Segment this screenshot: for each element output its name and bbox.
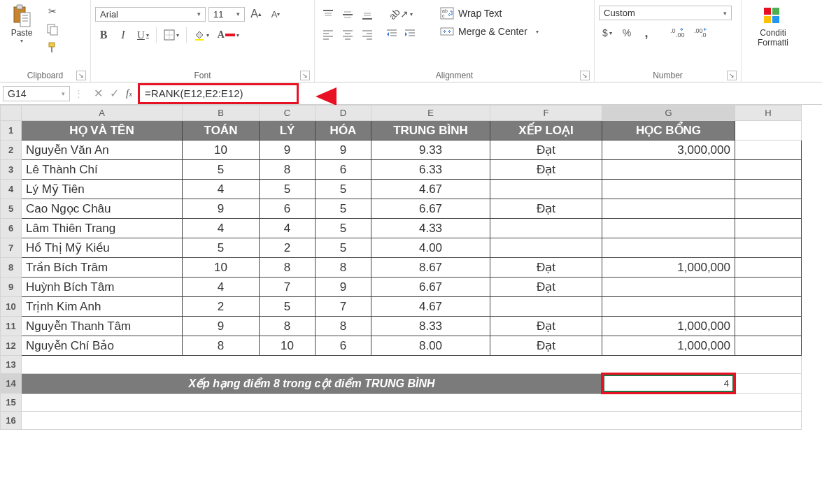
cell[interactable] [735, 238, 802, 258]
cell[interactable]: 9 [316, 141, 371, 160]
cell[interactable]: 6 [316, 336, 371, 356]
cancel-formula-button[interactable]: ✕ [94, 87, 103, 100]
row-header-9[interactable]: 9 [1, 278, 22, 297]
cell[interactable]: 10 [260, 336, 316, 356]
col-header-A[interactable]: A [22, 106, 183, 121]
col-header-H[interactable]: H [735, 106, 802, 121]
cell[interactable] [735, 199, 802, 219]
cell[interactable]: 8 [260, 317, 316, 336]
cell[interactable]: 7 [316, 297, 371, 317]
row-header-1[interactable]: 1 [1, 121, 22, 141]
conditional-formatting-button[interactable]: Conditi Formatti [756, 3, 791, 49]
col-header-C[interactable]: C [260, 106, 316, 121]
align-left-button[interactable] [319, 25, 337, 43]
cell[interactable]: Đạt [490, 160, 602, 180]
table-header[interactable]: TOÁN [183, 121, 260, 141]
cell[interactable]: 8 [260, 258, 316, 278]
cell[interactable]: 1,000,000 [602, 336, 735, 356]
alignment-dialog-launcher[interactable]: ↘ [580, 71, 590, 80]
cell[interactable]: 9 [183, 317, 260, 336]
cell[interactable] [22, 356, 802, 374]
cell[interactable]: 8.67 [371, 258, 490, 278]
cell[interactable]: 8 [316, 317, 371, 336]
cell[interactable]: 5 [316, 238, 371, 258]
cell[interactable] [22, 394, 802, 412]
comma-button[interactable]: , [638, 24, 655, 41]
cell[interactable]: Đạt [490, 199, 602, 219]
cell[interactable] [735, 374, 802, 394]
row-header-10[interactable]: 10 [1, 297, 22, 317]
cell[interactable] [602, 160, 735, 180]
cell[interactable] [735, 278, 802, 297]
cell[interactable]: Đạt [490, 141, 602, 160]
row-header-7[interactable]: 7 [1, 238, 22, 258]
spreadsheet-grid[interactable]: ABCDEFGH 1HỌ VÀ TÊNTOÁNLÝHÓATRUNG BÌNHXẾ… [0, 105, 822, 430]
cell[interactable]: Đạt [490, 317, 602, 336]
cell[interactable]: 4 [260, 219, 316, 238]
cell[interactable] [735, 336, 802, 356]
formula-input[interactable]: =RANK(E12,E2:E12) [141, 86, 819, 101]
cell[interactable]: 4.00 [371, 238, 490, 258]
font-size-combo[interactable]: 11▾ [208, 7, 245, 22]
cell[interactable]: Lê Thành Chí [22, 160, 183, 180]
font-dialog-launcher[interactable]: ↘ [300, 71, 310, 80]
cell[interactable] [602, 199, 735, 219]
cell[interactable]: 4.33 [371, 219, 490, 238]
cell[interactable]: 5 [183, 160, 260, 180]
cell[interactable]: 6 [260, 199, 316, 219]
increase-indent-button[interactable] [402, 25, 418, 42]
wrap-text-button[interactable]: abc Wrap Text [436, 6, 543, 21]
row-header-14[interactable]: 14 [1, 374, 22, 394]
cell[interactable]: 6.67 [371, 278, 490, 297]
table-header[interactable]: HỌC BỔNG [602, 121, 735, 141]
cell[interactable]: 2 [183, 297, 260, 317]
cell[interactable]: Đạt [490, 336, 602, 356]
cell[interactable]: 2 [260, 238, 316, 258]
name-box[interactable]: G14▾ [3, 86, 70, 101]
fill-color-button[interactable]: ▾ [191, 27, 212, 43]
bold-button[interactable]: B [95, 27, 112, 43]
orientation-button[interactable]: ab↗▾ [383, 6, 418, 22]
enter-formula-button[interactable]: ✓ [110, 87, 119, 100]
cell[interactable] [735, 180, 802, 199]
cell[interactable] [490, 219, 602, 238]
cell[interactable]: Cao Ngọc Châu [22, 199, 183, 219]
col-header-D[interactable]: D [316, 106, 371, 121]
cell[interactable]: 4.67 [371, 297, 490, 317]
decrease-decimal-button[interactable]: .00.0 [691, 24, 712, 41]
cell[interactable]: 9 [183, 199, 260, 219]
decrease-font-button[interactable]: A▾ [267, 6, 284, 22]
number-dialog-launcher[interactable]: ↘ [727, 71, 737, 80]
row-header-12[interactable]: 12 [1, 336, 22, 356]
cell[interactable]: 6.67 [371, 199, 490, 219]
row-header-4[interactable]: 4 [1, 180, 22, 199]
cell[interactable]: Lý Mỹ Tiên [22, 180, 183, 199]
cell[interactable]: Trịnh Kim Anh [22, 297, 183, 317]
cell[interactable]: 5 [183, 238, 260, 258]
cell[interactable]: 8 [316, 258, 371, 278]
cell[interactable] [602, 238, 735, 258]
table-header[interactable]: TRUNG BÌNH [371, 121, 490, 141]
cell[interactable]: 5 [260, 297, 316, 317]
merged-title-cell[interactable]: Xếp hạng điểm 8 trong cột điểm TRUNG BÌN… [22, 374, 602, 394]
cell[interactable] [735, 297, 802, 317]
clipboard-dialog-launcher[interactable]: ↘ [76, 71, 86, 80]
cell[interactable] [735, 141, 802, 160]
cell[interactable]: 4.67 [371, 180, 490, 199]
cell[interactable] [602, 180, 735, 199]
cell[interactable]: Đạt [490, 258, 602, 278]
row-header-5[interactable]: 5 [1, 199, 22, 219]
col-header-F[interactable]: F [490, 106, 602, 121]
cell[interactable] [490, 238, 602, 258]
number-format-combo[interactable]: Custom▾ [599, 6, 732, 20]
cut-button[interactable]: ✂ [43, 3, 62, 20]
cell[interactable]: 5 [316, 180, 371, 199]
col-header-B[interactable]: B [183, 106, 260, 121]
cell[interactable]: 8.33 [371, 317, 490, 336]
cell[interactable]: 9.33 [371, 141, 490, 160]
cell[interactable] [735, 258, 802, 278]
format-painter-button[interactable] [43, 39, 62, 56]
copy-button[interactable] [43, 21, 62, 38]
increase-font-button[interactable]: A▴ [248, 6, 264, 22]
table-header[interactable]: HỌ VÀ TÊN [22, 121, 183, 141]
